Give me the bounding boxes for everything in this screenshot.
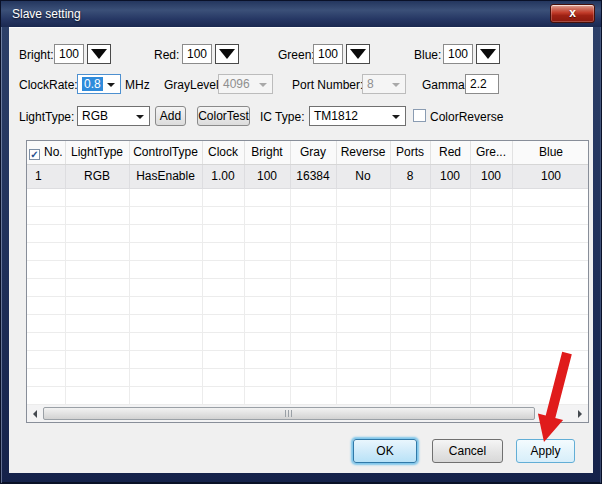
- empty-cell: [129, 368, 202, 386]
- empty-cell: [202, 350, 244, 368]
- empty-cell: [65, 206, 129, 224]
- blue-dropdown-button[interactable]: [476, 44, 500, 64]
- red-dropdown-button[interactable]: [215, 44, 239, 64]
- empty-cell: [27, 332, 65, 350]
- empty-cell: [244, 296, 290, 314]
- scroll-left-button[interactable]: [27, 405, 43, 422]
- colorreverse-checkbox[interactable]: [413, 109, 426, 122]
- column-header-gre[interactable]: Gre...: [470, 141, 512, 164]
- empty-cell: [244, 332, 290, 350]
- chevron-down-icon: [259, 83, 267, 87]
- empty-cell: [27, 386, 65, 404]
- empty-cell: [129, 206, 202, 224]
- empty-cell: [65, 224, 129, 242]
- colorreverse-label: ColorReverse: [430, 110, 503, 124]
- horizontal-scrollbar[interactable]: [27, 405, 588, 422]
- empty-cell: [336, 188, 390, 206]
- empty-cell: [129, 188, 202, 206]
- empty-cell: [202, 386, 244, 404]
- ok-button-label: OK: [376, 444, 393, 458]
- empty-table-row: [27, 278, 588, 296]
- empty-cell: [336, 332, 390, 350]
- table-cell: RGB: [65, 164, 129, 188]
- close-button[interactable]: x: [550, 4, 595, 23]
- cancel-button[interactable]: Cancel: [432, 439, 503, 463]
- column-header-bright[interactable]: Bright: [244, 141, 290, 164]
- empty-table-row: [27, 368, 588, 386]
- select-all-checkbox[interactable]: ✓: [29, 149, 40, 160]
- column-header-lighttype[interactable]: LightType: [65, 141, 129, 164]
- scrollbar-thumb[interactable]: [43, 407, 535, 420]
- column-header-blue[interactable]: Blue: [512, 141, 588, 164]
- empty-cell: [244, 224, 290, 242]
- empty-cell: [129, 386, 202, 404]
- column-header-reverse[interactable]: Reverse: [336, 141, 390, 164]
- empty-table-row: [27, 314, 588, 332]
- empty-cell: [290, 242, 336, 260]
- green-dropdown-button[interactable]: [346, 44, 370, 64]
- empty-cell: [129, 332, 202, 350]
- bright-dropdown-button[interactable]: [87, 44, 111, 64]
- ok-button[interactable]: OK: [353, 439, 417, 463]
- empty-cell: [27, 314, 65, 332]
- lighttype-select[interactable]: RGB: [77, 106, 150, 126]
- empty-table-row: [27, 206, 588, 224]
- empty-cell: [512, 386, 588, 404]
- column-header-controltype[interactable]: ControlType: [129, 141, 202, 164]
- ic-type-select[interactable]: TM1812: [309, 106, 406, 126]
- empty-cell: [244, 242, 290, 260]
- column-header-clock[interactable]: Clock: [202, 141, 244, 164]
- empty-cell: [336, 260, 390, 278]
- title-bar[interactable]: Slave setting x: [1, 1, 601, 27]
- empty-cell: [202, 368, 244, 386]
- empty-cell: [512, 242, 588, 260]
- empty-cell: [27, 188, 65, 206]
- gamma-input[interactable]: [465, 74, 499, 94]
- colortest-button-label: ColorTest: [198, 109, 249, 123]
- clockrate-value: 0.8: [82, 77, 103, 91]
- empty-cell: [65, 368, 129, 386]
- red-input[interactable]: [182, 44, 212, 64]
- slave-table: ✓No.LightTypeControlTypeClockBrightGrayR…: [26, 140, 589, 423]
- bright-input[interactable]: [54, 44, 84, 64]
- blue-label: Blue:: [414, 48, 441, 62]
- slave-grid-table: ✓No.LightTypeControlTypeClockBrightGrayR…: [27, 141, 588, 405]
- green-input[interactable]: [313, 44, 343, 64]
- scroll-right-button[interactable]: [572, 405, 588, 422]
- empty-cell: [390, 188, 430, 206]
- empty-cell: [470, 206, 512, 224]
- empty-cell: [470, 386, 512, 404]
- empty-cell: [65, 332, 129, 350]
- empty-cell: [27, 278, 65, 296]
- column-header-no[interactable]: ✓No.: [27, 141, 65, 164]
- empty-cell: [336, 314, 390, 332]
- colortest-button[interactable]: ColorTest: [197, 106, 250, 126]
- table-row[interactable]: 1RGBHasEnable1.0010016384No8100100100: [27, 164, 588, 188]
- empty-cell: [430, 278, 470, 296]
- empty-cell: [65, 386, 129, 404]
- column-header-ports[interactable]: Ports: [390, 141, 430, 164]
- empty-cell: [129, 260, 202, 278]
- empty-cell: [290, 368, 336, 386]
- add-button[interactable]: Add: [155, 106, 186, 126]
- table-cell: 100: [430, 164, 470, 188]
- empty-cell: [27, 242, 65, 260]
- empty-cell: [290, 386, 336, 404]
- blue-input[interactable]: [443, 44, 473, 64]
- table-cell: 16384: [290, 164, 336, 188]
- apply-button[interactable]: Apply: [516, 439, 575, 463]
- ic-type-value: TM1812: [314, 109, 358, 123]
- empty-cell: [290, 350, 336, 368]
- empty-cell: [470, 188, 512, 206]
- empty-cell: [65, 242, 129, 260]
- empty-cell: [244, 206, 290, 224]
- empty-table-row: [27, 260, 588, 278]
- scrollbar-track[interactable]: [43, 405, 572, 422]
- column-header-gray[interactable]: Gray: [290, 141, 336, 164]
- empty-cell: [290, 188, 336, 206]
- window-title: Slave setting: [12, 7, 81, 21]
- clockrate-select[interactable]: 0.8: [77, 74, 121, 94]
- empty-cell: [65, 314, 129, 332]
- empty-cell: [390, 368, 430, 386]
- column-header-red[interactable]: Red: [430, 141, 470, 164]
